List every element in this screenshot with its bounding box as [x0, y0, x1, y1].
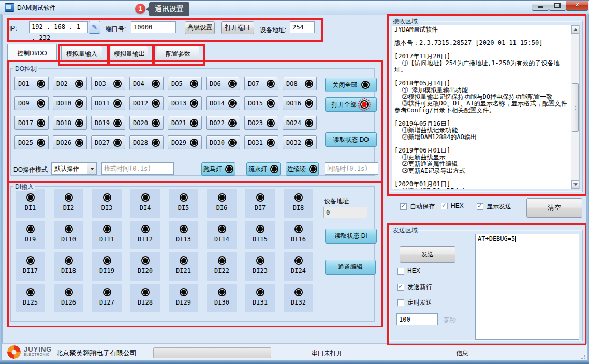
do-channel-button[interactable]: DO19 — [91, 116, 125, 130]
channel-edit-button[interactable]: 通道编辑 — [325, 260, 376, 275]
tab-config-params[interactable]: 配置参数 — [157, 46, 199, 62]
minimize-button[interactable] — [532, 1, 549, 11]
di-channel-tile: DI32 — [284, 284, 313, 312]
led-indicator — [75, 80, 83, 88]
do-channel-button[interactable]: DO2 — [53, 77, 87, 90]
do-channel-button[interactable]: DO13 — [168, 96, 202, 110]
port-input[interactable] — [131, 21, 176, 33]
send-text-area[interactable]: AT+DEBUG=5 — [475, 234, 579, 340]
progress-bar — [153, 347, 271, 358]
open-all-button[interactable]: 打开全部 — [325, 97, 377, 112]
send-text-value: AT+DEBUG=5 — [478, 235, 515, 242]
continuous-read-button[interactable]: 连续读 — [286, 162, 319, 176]
receive-scrollbar[interactable] — [571, 25, 580, 189]
do-channel-button[interactable]: DO29 — [168, 135, 202, 149]
do-channel-button[interactable]: DO30 — [206, 135, 240, 149]
device-address-input[interactable] — [290, 21, 315, 33]
send-button[interactable]: 发送 — [400, 246, 455, 263]
led-indicator — [267, 139, 275, 147]
do-channel-button[interactable]: DO18 — [53, 116, 87, 130]
chevron-down-icon — [87, 163, 96, 174]
do-mode-select[interactable]: 默认操作 — [51, 162, 97, 175]
marquee-button[interactable]: 跑马灯 — [201, 162, 235, 176]
do-channel-button[interactable]: DO21 — [168, 116, 202, 130]
open-port-button[interactable]: 打开端口 — [221, 21, 254, 34]
read-di-status-button[interactable]: 读取状态 DI — [325, 229, 377, 244]
maximize-button[interactable] — [549, 1, 566, 11]
led-indicator — [113, 139, 122, 147]
tx-hex-label: HEX — [407, 267, 420, 275]
send-newline-checkbox[interactable]: 发送新行 — [397, 283, 432, 292]
do-channel-button[interactable]: DO16 — [283, 96, 317, 110]
tab-analog-input[interactable]: 模拟量输入 — [61, 46, 102, 62]
do-channel-button[interactable]: DO9 — [14, 96, 49, 110]
do-channel-button[interactable]: DO17 — [14, 116, 49, 130]
device-address-label: 设备地址: — [260, 26, 286, 35]
clear-button[interactable]: 清空 — [526, 198, 582, 218]
do-channel-button[interactable]: DO4 — [129, 77, 164, 90]
ip-input[interactable]: 192 . 168 . 1 . 232 — [29, 21, 88, 33]
do-channel-button[interactable]: DO10 — [53, 96, 87, 110]
do-channel-button[interactable]: DO24 — [283, 116, 317, 130]
do-channel-button[interactable]: DO28 — [129, 135, 164, 149]
led-indicator — [190, 119, 198, 127]
di-device-address-input[interactable] — [323, 207, 367, 218]
do-channel-button[interactable]: DO32 — [283, 135, 317, 149]
led-indicator — [180, 288, 188, 296]
close-all-button[interactable]: 关闭全部 — [325, 78, 377, 92]
ip-edit-button[interactable]: ✎ — [89, 21, 100, 34]
do-channel-button[interactable]: DO1 — [14, 77, 49, 90]
advanced-settings-button[interactable]: 高级设置 — [185, 21, 215, 34]
autosave-checkbox[interactable]: 自动保存 — [400, 202, 435, 211]
led-indicator — [228, 99, 237, 108]
do-channel-button[interactable]: DO6 — [206, 77, 240, 90]
mode-time-input[interactable] — [101, 162, 174, 175]
do-channel-button[interactable]: DO23 — [244, 116, 278, 130]
led-indicator — [225, 165, 233, 173]
flow-light-button[interactable]: 流水灯 — [246, 162, 281, 176]
do-channel-button[interactable]: DO11 — [91, 96, 125, 110]
maximize-icon — [554, 3, 561, 8]
show-send-checkbox[interactable]: 显示发送 — [477, 202, 511, 211]
tab-analog-output[interactable]: 模拟量输出 — [111, 46, 148, 62]
send-interval-input[interactable] — [396, 313, 438, 325]
do-channel-button[interactable]: DO3 — [91, 77, 125, 90]
tx-hex-checkbox[interactable]: HEX — [397, 267, 420, 275]
do-channel-button[interactable]: DO12 — [129, 96, 164, 110]
do-channel-button[interactable]: DO8 — [283, 77, 317, 90]
close-button[interactable]: ✕ — [566, 1, 588, 11]
scrollbar-thumb[interactable] — [572, 83, 579, 132]
do-channel-button[interactable]: DO25 — [14, 135, 49, 149]
text-caret — [515, 236, 516, 242]
led-indicator — [152, 80, 160, 88]
do-channel-button[interactable]: DO31 — [244, 135, 278, 149]
open-all-label: 打开全部 — [332, 100, 357, 109]
do-channel-button[interactable]: DO7 — [244, 77, 278, 90]
rx-hex-checkbox[interactable]: HEX — [441, 202, 464, 209]
led-indicator — [65, 256, 73, 265]
read-do-status-button[interactable]: 读取状态 DO — [325, 132, 377, 147]
led-indicator — [267, 119, 275, 127]
do-channel-button[interactable]: DO27 — [91, 135, 125, 149]
receive-log-area[interactable]: JYDAM调试软件 版本号：2.3.7315.28527 [2020-01-11… — [392, 25, 571, 189]
do-channel-button[interactable]: DO26 — [53, 135, 87, 149]
do-channel-button[interactable]: DO20 — [129, 116, 164, 130]
send-group-title: 发送区域 — [391, 226, 419, 235]
do-channel-button[interactable]: DO15 — [244, 96, 278, 110]
receive-group-title: 接收区域 — [391, 17, 419, 26]
do-channel-button[interactable]: DO5 — [168, 77, 202, 90]
di-tile-grid: DI1DI2DI3DI4DI5DI6DI7DI8DI9DI10DI11DI12D… — [16, 189, 313, 312]
led-indicator — [141, 288, 150, 296]
resize-grip[interactable] — [579, 353, 586, 360]
scroll-down-icon[interactable] — [571, 180, 579, 189]
do-channel-button[interactable]: DO14 — [206, 96, 240, 110]
do-channel-button[interactable]: DO22 — [206, 116, 240, 130]
led-indicator — [190, 139, 198, 147]
close-icon: ✕ — [566, 2, 588, 8]
tab-control-di-do[interactable]: 控制DI/DO — [7, 44, 57, 62]
interval-time-input[interactable] — [325, 162, 378, 175]
timed-send-checkbox[interactable]: 定时发送 — [397, 298, 432, 307]
led-indicator — [103, 193, 111, 202]
di-channel-tile: DI26 — [54, 284, 83, 312]
scroll-up-icon[interactable] — [571, 25, 579, 34]
